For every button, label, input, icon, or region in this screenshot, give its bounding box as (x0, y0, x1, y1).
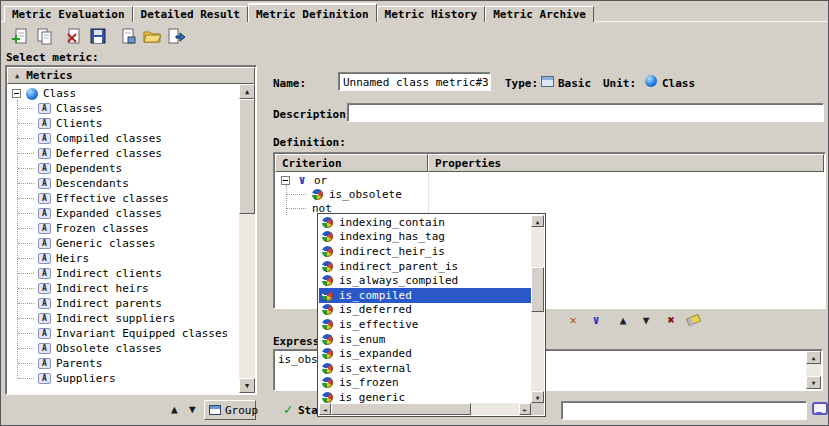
metric-icon (38, 238, 51, 249)
scroll-down-icon[interactable]: ▼ (239, 378, 255, 393)
tree-item[interactable]: Clients (8, 116, 239, 131)
tab-metric-history[interactable]: Metric History (377, 6, 486, 22)
dropdown-item[interactable]: is_always_compiled (319, 273, 531, 288)
eraser-icon[interactable] (684, 312, 702, 328)
criterion-ball-icon (322, 304, 333, 315)
tab-metric-evaluation[interactable]: Metric Evaluation (4, 6, 133, 22)
expression-scrollbar[interactable]: ▲ ▼ (806, 351, 821, 389)
tree-item[interactable]: Invariant Equipped classes (8, 326, 239, 341)
sort-ascending-icon: ▲ (15, 72, 19, 80)
tree-item[interactable]: Indirect parents (8, 296, 239, 311)
status-text-field[interactable] (561, 401, 807, 420)
tree-scrollbar[interactable]: ▲ ▼ (239, 84, 255, 393)
criterion-ball-icon (322, 217, 333, 228)
scroll-up-icon[interactable]: ▲ (806, 351, 821, 364)
collapse-icon[interactable] (281, 176, 290, 185)
tab-metric-archive[interactable]: Metric Archive (485, 6, 594, 22)
dropdown-item-selected[interactable]: is_compiled (319, 288, 531, 303)
properties-column-header[interactable]: Properties (428, 154, 824, 172)
tree-item-label: Indirect heirs (56, 282, 149, 295)
tree-item[interactable]: Effective classes (8, 191, 239, 206)
dropdown-item[interactable]: is_generic (319, 390, 531, 403)
tree-item-label: Expanded classes (56, 207, 162, 220)
dropdown-item[interactable]: is_frozen (319, 376, 531, 391)
tree-item[interactable]: Classes (8, 101, 239, 116)
tree-item[interactable]: Dependents (8, 161, 239, 176)
delete-criterion-icon[interactable]: ✖ (662, 312, 680, 328)
dropdown-item-label: is_enum (339, 333, 385, 346)
tree-item[interactable]: Descendants (8, 176, 239, 191)
tree-item[interactable]: Heirs (8, 251, 239, 266)
group-button[interactable]: Group (204, 400, 256, 420)
tree-item[interactable]: Obsolete classes (8, 341, 239, 356)
tree-item[interactable]: Indirect heirs (8, 281, 239, 296)
tree-item[interactable]: Indirect suppliers (8, 311, 239, 326)
scroll-up-icon[interactable]: ▲ (531, 215, 544, 227)
criterion-row-is-obsolete[interactable]: is_obsolete (276, 187, 823, 201)
scroll-up-icon[interactable]: ▲ (239, 84, 255, 99)
tree-item[interactable]: Indirect clients (8, 266, 239, 281)
move-criterion-up-icon[interactable]: ▲ (614, 312, 632, 328)
dropdown-item[interactable]: indirect_parent_is (319, 259, 531, 274)
dropdown-scrollbar-horizontal[interactable]: ◄ ► (319, 403, 531, 415)
name-field[interactable]: Unnamed class metric#3 (338, 72, 491, 91)
tree-item[interactable]: Parents (8, 356, 239, 371)
type-label: Type: (505, 77, 538, 90)
scroll-left-icon[interactable]: ◄ (319, 403, 331, 415)
comment-icon[interactable] (812, 402, 828, 415)
description-field[interactable] (347, 103, 824, 122)
metric-tree-column-header[interactable]: ▲ Metrics (7, 67, 255, 84)
dropdown-item[interactable]: is_expanded (319, 346, 531, 361)
and-operator-icon[interactable]: ✕ (564, 312, 582, 328)
tree-item[interactable]: Deferred classes (8, 146, 239, 161)
criterion-row-or[interactable]: ∨ or (276, 173, 823, 187)
move-metric-up-icon[interactable]: ▲ (171, 403, 178, 417)
new-metric-icon[interactable] (9, 25, 31, 47)
dropdown-item[interactable]: is_enum (319, 332, 531, 347)
dropdown-item[interactable]: indexing_contain (319, 215, 531, 230)
or-operator-icon[interactable]: ∨ (587, 312, 605, 328)
collapse-icon[interactable] (12, 89, 21, 98)
move-criterion-down-icon[interactable]: ▼ (637, 312, 655, 328)
metric-icon (38, 313, 51, 324)
tree-item[interactable]: Compiled classes (8, 131, 239, 146)
dropdown-item[interactable]: is_external (319, 361, 531, 376)
move-metric-down-icon[interactable]: ▼ (189, 403, 196, 417)
metric-icon (38, 283, 51, 294)
dropdown-scrollbar-thumb[interactable] (531, 267, 544, 312)
metric-icon (38, 358, 51, 369)
tree-item[interactable]: Suppliers (8, 371, 239, 386)
tree-item-label: Clients (56, 117, 102, 130)
tab-detailed-result[interactable]: Detailed Result (133, 6, 248, 22)
new-archive-icon[interactable] (117, 25, 139, 47)
scroll-down-icon[interactable]: ▼ (531, 391, 544, 403)
criterion-ball-icon (322, 348, 333, 359)
copy-metric-icon[interactable] (33, 25, 55, 47)
tree-item[interactable]: Generic classes (8, 236, 239, 251)
save-metric-icon[interactable] (87, 25, 109, 47)
metric-tool-window: Metric Evaluation Detailed Result Metric… (0, 0, 829, 426)
dropdown-item[interactable]: is_deferred (319, 303, 531, 318)
criterion-column-header[interactable]: Criterion (275, 154, 428, 172)
tree-item-label: Indirect suppliers (56, 312, 175, 325)
open-archive-icon[interactable] (141, 25, 163, 47)
scroll-down-icon[interactable]: ▼ (806, 376, 821, 389)
tab-metric-definition[interactable]: Metric Definition (248, 3, 377, 22)
tree-scrollbar-thumb[interactable] (239, 99, 255, 214)
dropdown-scrollbar-vertical[interactable]: ▲ ▼ (531, 215, 544, 403)
dropdown-hscrollbar-thumb[interactable] (331, 403, 471, 415)
dropdown-item-label: is_generic (339, 391, 405, 403)
export-archive-icon[interactable] (165, 25, 187, 47)
dropdown-item[interactable]: is_effective (319, 317, 531, 332)
tree-item-root[interactable]: Class (8, 86, 239, 101)
dropdown-item[interactable]: indirect_heir_is (319, 244, 531, 259)
scroll-right-icon[interactable]: ► (519, 403, 531, 415)
status-ok-icon: ✓ (284, 401, 292, 417)
tree-item[interactable]: Frozen classes (8, 221, 239, 236)
tree-item-label: Heirs (56, 252, 89, 265)
delete-metric-icon[interactable] (63, 25, 85, 47)
tree-item[interactable]: Expanded classes (8, 206, 239, 221)
criterion-ball-icon (322, 275, 333, 286)
dropdown-item-label: is_external (339, 362, 412, 375)
dropdown-item[interactable]: indexing_has_tag (319, 230, 531, 245)
